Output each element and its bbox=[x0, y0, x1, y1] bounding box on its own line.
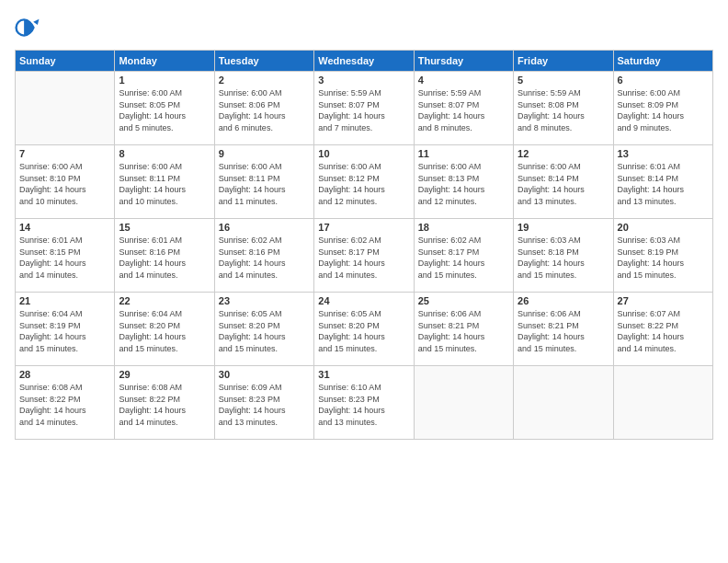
day-number: 3 bbox=[318, 75, 409, 86]
calendar-cell: 28Sunrise: 6:08 AMSunset: 8:22 PMDayligh… bbox=[16, 366, 115, 440]
calendar-cell: 27Sunrise: 6:07 AMSunset: 8:22 PMDayligh… bbox=[613, 293, 712, 366]
calendar-cell: 5Sunrise: 5:59 AMSunset: 8:08 PMDaylight… bbox=[514, 72, 613, 145]
col-header-monday: Monday bbox=[115, 51, 214, 72]
day-info: Sunrise: 6:00 AMSunset: 8:11 PMDaylight:… bbox=[119, 161, 210, 207]
day-number: 6 bbox=[618, 75, 709, 86]
calendar-cell: 4Sunrise: 5:59 AMSunset: 8:07 PMDaylight… bbox=[414, 72, 513, 145]
day-info: Sunrise: 6:08 AMSunset: 8:22 PMDaylight:… bbox=[119, 382, 210, 428]
calendar-cell bbox=[16, 72, 115, 145]
day-number: 7 bbox=[19, 148, 110, 159]
calendar-cell: 8Sunrise: 6:00 AMSunset: 8:11 PMDaylight… bbox=[115, 145, 214, 219]
calendar-cell: 30Sunrise: 6:09 AMSunset: 8:23 PMDayligh… bbox=[214, 366, 313, 440]
day-number: 16 bbox=[219, 222, 310, 233]
col-header-tuesday: Tuesday bbox=[214, 51, 313, 72]
day-info: Sunrise: 6:04 AMSunset: 8:20 PMDaylight:… bbox=[119, 308, 210, 354]
day-info: Sunrise: 6:03 AMSunset: 8:18 PMDaylight:… bbox=[518, 235, 609, 281]
calendar-cell: 6Sunrise: 6:00 AMSunset: 8:09 PMDaylight… bbox=[613, 72, 712, 145]
calendar-cell: 17Sunrise: 6:02 AMSunset: 8:17 PMDayligh… bbox=[314, 219, 414, 293]
day-info: Sunrise: 6:00 AMSunset: 8:13 PMDaylight:… bbox=[418, 161, 509, 207]
calendar-cell: 18Sunrise: 6:02 AMSunset: 8:17 PMDayligh… bbox=[414, 219, 513, 293]
col-header-friday: Friday bbox=[514, 51, 613, 72]
calendar-cell: 11Sunrise: 6:00 AMSunset: 8:13 PMDayligh… bbox=[414, 145, 513, 219]
day-number: 29 bbox=[119, 369, 210, 380]
day-info: Sunrise: 5:59 AMSunset: 8:07 PMDaylight:… bbox=[318, 87, 409, 133]
day-info: Sunrise: 6:05 AMSunset: 8:20 PMDaylight:… bbox=[219, 308, 310, 354]
day-number: 5 bbox=[518, 75, 609, 86]
calendar-cell: 12Sunrise: 6:00 AMSunset: 8:14 PMDayligh… bbox=[514, 145, 613, 219]
col-header-saturday: Saturday bbox=[613, 51, 712, 72]
day-number: 25 bbox=[418, 295, 509, 306]
day-number: 20 bbox=[618, 222, 709, 233]
day-info: Sunrise: 6:06 AMSunset: 8:21 PMDaylight:… bbox=[518, 308, 609, 354]
day-number: 30 bbox=[219, 369, 310, 380]
day-number: 27 bbox=[618, 295, 709, 306]
calendar-cell: 1Sunrise: 6:00 AMSunset: 8:05 PMDaylight… bbox=[115, 72, 214, 145]
col-header-wednesday: Wednesday bbox=[314, 51, 414, 72]
day-number: 28 bbox=[19, 369, 110, 380]
calendar-cell: 3Sunrise: 5:59 AMSunset: 8:07 PMDaylight… bbox=[314, 72, 414, 145]
day-info: Sunrise: 6:08 AMSunset: 8:22 PMDaylight:… bbox=[19, 382, 110, 428]
calendar-cell: 25Sunrise: 6:06 AMSunset: 8:21 PMDayligh… bbox=[414, 293, 513, 366]
calendar-table: SundayMondayTuesdayWednesdayThursdayFrid… bbox=[15, 50, 713, 440]
calendar-cell: 19Sunrise: 6:03 AMSunset: 8:18 PMDayligh… bbox=[514, 219, 613, 293]
calendar-cell: 15Sunrise: 6:01 AMSunset: 8:16 PMDayligh… bbox=[115, 219, 214, 293]
day-info: Sunrise: 6:09 AMSunset: 8:23 PMDaylight:… bbox=[219, 382, 310, 428]
day-number: 22 bbox=[119, 295, 210, 306]
day-number: 18 bbox=[418, 222, 509, 233]
calendar-cell: 20Sunrise: 6:03 AMSunset: 8:19 PMDayligh… bbox=[613, 219, 712, 293]
day-number: 4 bbox=[418, 75, 509, 86]
day-number: 1 bbox=[119, 75, 210, 86]
day-number: 26 bbox=[518, 295, 609, 306]
day-number: 21 bbox=[19, 295, 110, 306]
col-header-sunday: Sunday bbox=[16, 51, 115, 72]
calendar-cell: 26Sunrise: 6:06 AMSunset: 8:21 PMDayligh… bbox=[514, 293, 613, 366]
day-info: Sunrise: 6:04 AMSunset: 8:19 PMDaylight:… bbox=[19, 308, 110, 354]
day-info: Sunrise: 6:02 AMSunset: 8:17 PMDaylight:… bbox=[318, 235, 409, 281]
day-number: 23 bbox=[219, 295, 310, 306]
day-info: Sunrise: 6:00 AMSunset: 8:06 PMDaylight:… bbox=[219, 87, 310, 133]
day-info: Sunrise: 5:59 AMSunset: 8:07 PMDaylight:… bbox=[418, 87, 509, 133]
week-row-1: 1Sunrise: 6:00 AMSunset: 8:05 PMDaylight… bbox=[16, 72, 713, 145]
day-info: Sunrise: 6:00 AMSunset: 8:14 PMDaylight:… bbox=[518, 161, 609, 207]
day-number: 15 bbox=[119, 222, 210, 233]
calendar-cell: 14Sunrise: 6:01 AMSunset: 8:15 PMDayligh… bbox=[16, 219, 115, 293]
day-info: Sunrise: 6:00 AMSunset: 8:09 PMDaylight:… bbox=[618, 87, 709, 133]
day-info: Sunrise: 6:00 AMSunset: 8:10 PMDaylight:… bbox=[19, 161, 110, 207]
week-row-4: 21Sunrise: 6:04 AMSunset: 8:19 PMDayligh… bbox=[16, 293, 713, 366]
day-info: Sunrise: 6:00 AMSunset: 8:11 PMDaylight:… bbox=[219, 161, 310, 207]
day-info: Sunrise: 6:01 AMSunset: 8:15 PMDaylight:… bbox=[19, 235, 110, 281]
calendar-cell: 24Sunrise: 6:05 AMSunset: 8:20 PMDayligh… bbox=[314, 293, 414, 366]
calendar-cell: 21Sunrise: 6:04 AMSunset: 8:19 PMDayligh… bbox=[16, 293, 115, 366]
day-number: 24 bbox=[318, 295, 409, 306]
calendar-cell: 31Sunrise: 6:10 AMSunset: 8:23 PMDayligh… bbox=[314, 366, 414, 440]
day-info: Sunrise: 6:00 AMSunset: 8:12 PMDaylight:… bbox=[318, 161, 409, 207]
calendar-cell bbox=[414, 366, 513, 440]
calendar-cell bbox=[514, 366, 613, 440]
calendar-cell bbox=[613, 366, 712, 440]
calendar-cell: 29Sunrise: 6:08 AMSunset: 8:22 PMDayligh… bbox=[115, 366, 214, 440]
calendar-cell: 13Sunrise: 6:01 AMSunset: 8:14 PMDayligh… bbox=[613, 145, 712, 219]
calendar-cell: 10Sunrise: 6:00 AMSunset: 8:12 PMDayligh… bbox=[314, 145, 414, 219]
day-info: Sunrise: 6:02 AMSunset: 8:17 PMDaylight:… bbox=[418, 235, 509, 281]
day-info: Sunrise: 6:00 AMSunset: 8:05 PMDaylight:… bbox=[119, 87, 210, 133]
calendar-cell: 2Sunrise: 6:00 AMSunset: 8:06 PMDaylight… bbox=[214, 72, 313, 145]
logo bbox=[15, 15, 42, 40]
day-info: Sunrise: 6:10 AMSunset: 8:23 PMDaylight:… bbox=[318, 382, 409, 428]
calendar-cell: 23Sunrise: 6:05 AMSunset: 8:20 PMDayligh… bbox=[214, 293, 313, 366]
day-number: 10 bbox=[318, 148, 409, 159]
day-info: Sunrise: 6:02 AMSunset: 8:16 PMDaylight:… bbox=[219, 235, 310, 281]
day-info: Sunrise: 6:01 AMSunset: 8:16 PMDaylight:… bbox=[119, 235, 210, 281]
day-number: 13 bbox=[618, 148, 709, 159]
day-number: 17 bbox=[318, 222, 409, 233]
day-info: Sunrise: 6:03 AMSunset: 8:19 PMDaylight:… bbox=[618, 235, 709, 281]
calendar-cell: 16Sunrise: 6:02 AMSunset: 8:16 PMDayligh… bbox=[214, 219, 313, 293]
calendar-cell: 7Sunrise: 6:00 AMSunset: 8:10 PMDaylight… bbox=[16, 145, 115, 219]
day-number: 12 bbox=[518, 148, 609, 159]
day-info: Sunrise: 5:59 AMSunset: 8:08 PMDaylight:… bbox=[518, 87, 609, 133]
calendar-cell: 22Sunrise: 6:04 AMSunset: 8:20 PMDayligh… bbox=[115, 293, 214, 366]
week-row-2: 7Sunrise: 6:00 AMSunset: 8:10 PMDaylight… bbox=[16, 145, 713, 219]
calendar-cell: 9Sunrise: 6:00 AMSunset: 8:11 PMDaylight… bbox=[214, 145, 313, 219]
day-info: Sunrise: 6:06 AMSunset: 8:21 PMDaylight:… bbox=[418, 308, 509, 354]
day-number: 11 bbox=[418, 148, 509, 159]
day-number: 9 bbox=[219, 148, 310, 159]
